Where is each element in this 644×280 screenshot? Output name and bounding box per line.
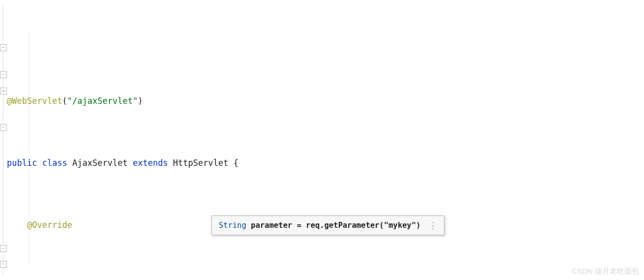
- fold-toggle-icon[interactable]: −: [0, 245, 7, 252]
- quick-doc-tooltip[interactable]: String parameter = req.getParameter("myk…: [211, 216, 444, 235]
- punct: (: [62, 96, 67, 106]
- code-line[interactable]: public class AjaxServlet extends HttpSer…: [7, 156, 644, 171]
- fold-toggle-icon[interactable]: −: [0, 124, 7, 131]
- keyword: class: [42, 158, 67, 168]
- code-text: HttpServlet {: [173, 158, 238, 168]
- fold-toggle-icon[interactable]: −: [0, 261, 7, 268]
- annotation: @Override: [27, 220, 72, 230]
- punct: ): [138, 96, 143, 106]
- fold-toggle-icon[interactable]: −: [0, 71, 7, 78]
- fold-toggle-icon[interactable]: −: [0, 44, 7, 51]
- watermark: CSDN @月老吃面包: [572, 267, 639, 276]
- annotation: @WebServlet: [7, 96, 62, 106]
- fold-toggle-icon[interactable]: +: [0, 88, 7, 94]
- tooltip-text: parameter = req.getParameter("mykey"): [246, 221, 421, 230]
- keyword: public: [7, 158, 37, 168]
- more-actions-icon[interactable]: ⋮: [429, 220, 437, 231]
- class-name: AjaxServlet: [72, 158, 128, 168]
- gutter: − − + − − −: [0, 0, 5, 280]
- code-editor[interactable]: − − + − − − @WebServlet("/ajaxServlet") …: [0, 0, 644, 280]
- code-line[interactable]: @WebServlet("/ajaxServlet"): [7, 93, 644, 109]
- string-literal: "/ajaxServlet": [67, 96, 138, 106]
- code-area[interactable]: @WebServlet("/ajaxServlet") public class…: [7, 0, 644, 280]
- keyword: extends: [133, 158, 168, 168]
- tooltip-type: String: [219, 221, 246, 230]
